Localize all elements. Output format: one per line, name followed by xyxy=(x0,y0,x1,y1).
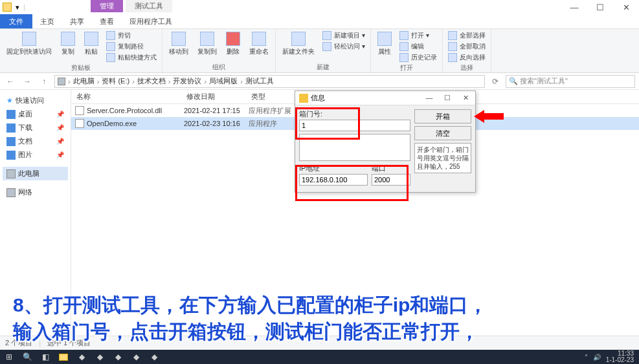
crumb-2[interactable]: 开发协议 xyxy=(173,76,201,86)
organize-group-label: 组织 xyxy=(166,62,271,72)
sidebar-thispc[interactable]: 此电脑 xyxy=(3,167,68,180)
cut-button[interactable]: 剪切 xyxy=(105,30,158,41)
documents-icon xyxy=(6,137,16,146)
col-name[interactable]: 名称 xyxy=(71,92,181,102)
taskbar-app-icon[interactable]: ◆ xyxy=(91,350,109,364)
tray-volume-icon[interactable]: 🔊 xyxy=(593,354,601,361)
taskbar-explorer-icon[interactable] xyxy=(54,350,73,364)
open-box-button[interactable]: 开箱 xyxy=(414,109,471,123)
port-input[interactable] xyxy=(372,174,410,186)
pin-icon xyxy=(22,32,36,46)
open-button[interactable]: 打开 ▾ xyxy=(398,30,438,41)
tray-icon[interactable]: ˄ xyxy=(585,354,588,361)
newfolder-button[interactable]: 新建文件夹 xyxy=(280,30,317,62)
taskbar: ⊞ 🔍 ◧ ◆ ◆ ◆ ◆ ◆ ˄ 🔊 11:33 1-1-02-23 xyxy=(0,350,639,364)
sidebar-quickaccess[interactable]: ★快速访问 xyxy=(3,94,68,107)
network-icon xyxy=(6,188,16,197)
qat-dropdown-icon[interactable]: ▾ xyxy=(16,3,19,12)
ip-input[interactable] xyxy=(299,174,368,186)
taskbar-app-icon[interactable]: ◆ xyxy=(73,350,91,364)
taskbar-app-icon[interactable]: ◆ xyxy=(127,350,145,364)
view-tab[interactable]: 查看 xyxy=(92,14,122,28)
taskbar-app-icon[interactable]: ◆ xyxy=(145,350,163,364)
door-input[interactable] xyxy=(299,120,410,131)
history-button[interactable]: 历史记录 xyxy=(398,52,438,63)
title-bar: ▾ | 管理 测试工具 — ☐ ✕ xyxy=(0,0,639,14)
easyaccess-icon xyxy=(322,42,331,51)
crumb-drive[interactable]: 资料 (E:) xyxy=(102,76,129,86)
forward-button[interactable]: → xyxy=(21,75,34,88)
pc-icon xyxy=(6,169,16,178)
moveto-button[interactable]: 移动到 xyxy=(166,30,191,62)
apptools-tab[interactable]: 应用程序工具 xyxy=(122,14,180,28)
home-tab[interactable]: 主页 xyxy=(32,14,62,28)
clipboard-group-label: 剪贴板 xyxy=(4,63,158,72)
sidebar-downloads[interactable]: 下载📌 xyxy=(3,121,68,134)
invertselect-button[interactable]: 反向选择 xyxy=(447,52,487,63)
file-date: 2021-02-21 17:15 xyxy=(184,107,249,114)
refresh-button[interactable]: ⟳ xyxy=(489,75,502,88)
close-button[interactable]: ✕ xyxy=(613,0,639,14)
newitem-button[interactable]: 新建项目 ▾ xyxy=(321,30,366,41)
sidebar-pictures[interactable]: 图片📌 xyxy=(3,148,68,162)
pasteshortcut-button[interactable]: 粘贴快捷方式 xyxy=(105,52,158,63)
taskbar-search-icon[interactable]: 🔍 xyxy=(18,350,36,364)
taskview-button[interactable]: ◧ xyxy=(36,350,54,364)
delete-button[interactable]: 删除 xyxy=(223,30,243,62)
paste-icon xyxy=(84,32,98,46)
copyto-button[interactable]: 复制到 xyxy=(195,30,219,62)
sidebar-desktop[interactable]: 桌面📌 xyxy=(3,107,68,121)
search-input[interactable]: 🔍 搜索"测试工具" xyxy=(506,75,635,88)
easyaccess-button[interactable]: 轻松访问 ▾ xyxy=(321,41,366,52)
log-textarea[interactable] xyxy=(299,134,410,161)
col-type[interactable]: 类型 xyxy=(246,92,298,102)
dialog-titlebar[interactable]: 信息 — ☐ ✕ xyxy=(295,91,475,105)
copy-button[interactable]: 复制 xyxy=(58,30,78,63)
annotation-arrow xyxy=(474,110,504,123)
newitem-icon xyxy=(322,31,331,40)
maximize-button[interactable]: ☐ xyxy=(587,0,613,14)
selectnone-icon xyxy=(448,42,457,51)
dialog-icon xyxy=(299,94,308,103)
context-tab-manage[interactable]: 管理 xyxy=(91,0,123,12)
up-button[interactable]: ↑ xyxy=(38,75,50,88)
crumb-thispc[interactable]: 此电脑 xyxy=(73,76,95,86)
file-date: 2021-02-23 10:16 xyxy=(184,120,249,127)
edit-button[interactable]: 编辑 xyxy=(398,41,438,52)
start-button[interactable]: ⊞ xyxy=(0,350,18,364)
share-tab[interactable]: 共享 xyxy=(62,14,92,28)
sidebar-documents[interactable]: 文档📌 xyxy=(3,134,68,148)
address-bar: ← → ↑ › 此电脑 › 资料 (E:) › 技术文档 › 开发协议 › 局域… xyxy=(0,73,639,90)
properties-button[interactable]: 属性 xyxy=(375,30,394,63)
dialog-maximize-button[interactable]: ☐ xyxy=(442,94,453,102)
ribbon: 固定到快速访问 复制 粘贴 剪切 复制路径 粘贴快捷方式 剪贴板 移动到 复制到… xyxy=(0,29,639,73)
pin-button[interactable]: 固定到快速访问 xyxy=(4,30,54,63)
rename-button[interactable]: 重命名 xyxy=(247,30,271,62)
selectnone-button[interactable]: 全部取消 xyxy=(447,41,487,52)
crumb-1[interactable]: 技术文档 xyxy=(137,76,166,86)
svg-marker-0 xyxy=(474,110,504,123)
new-group-label: 新建 xyxy=(280,62,366,72)
dialog-minimize-button[interactable]: — xyxy=(423,94,435,102)
copypath-button[interactable]: 复制路径 xyxy=(105,41,158,52)
dialog-close-button[interactable]: ✕ xyxy=(460,94,471,102)
minimize-button[interactable]: — xyxy=(561,0,587,14)
breadcrumb[interactable]: › 此电脑 › 资料 (E:) › 技术文档 › 开发协议 › 局域网版 › 测… xyxy=(54,75,485,88)
tray-date: 1-1-02-23 xyxy=(606,357,634,363)
dialog-title: 信息 xyxy=(311,93,325,103)
search-icon: 🔍 xyxy=(509,77,518,85)
back-button[interactable]: ← xyxy=(4,75,17,88)
pin-icon: 📌 xyxy=(56,151,64,158)
crumb-3[interactable]: 局域网版 xyxy=(209,76,238,86)
selectall-icon xyxy=(448,31,457,40)
clear-button[interactable]: 清空 xyxy=(414,126,471,140)
file-tab[interactable]: 文件 xyxy=(0,14,32,28)
taskbar-app-icon[interactable]: ◆ xyxy=(109,350,127,364)
paste-button[interactable]: 粘贴 xyxy=(82,30,101,63)
col-date[interactable]: 修改日期 xyxy=(181,92,246,102)
pc-icon xyxy=(58,78,65,85)
crumb-4[interactable]: 测试工具 xyxy=(245,76,274,86)
copypath-icon xyxy=(106,42,115,51)
selectall-button[interactable]: 全部选择 xyxy=(447,30,487,41)
sidebar-network[interactable]: 网络 xyxy=(3,186,68,199)
